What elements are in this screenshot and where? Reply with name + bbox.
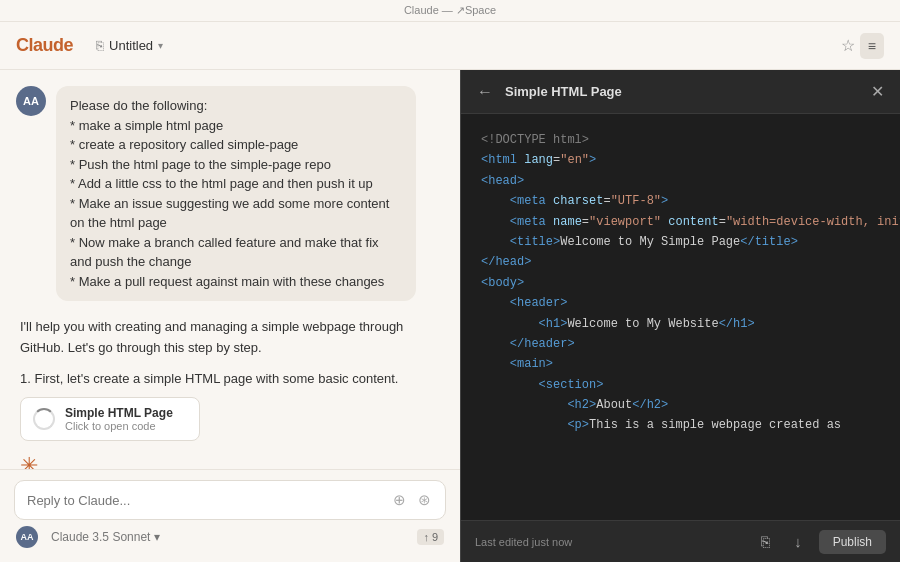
window-title: Claude — ↗Space: [404, 4, 496, 16]
chat-messages: AA Please do the following: make a simpl…: [0, 70, 460, 469]
close-icon: ✕: [871, 83, 884, 100]
project-chevron-icon: ▾: [158, 40, 163, 51]
list-item: create a repository called simple-page: [70, 135, 402, 155]
list-item: Add a little css to the html page and th…: [70, 174, 402, 194]
code-editor: <!DOCTYPE html> <html lang="en"> <head> …: [461, 114, 900, 520]
code-line: <!DOCTYPE html>: [481, 130, 880, 150]
code-line: <p>This is a simple webpage created as: [481, 415, 880, 435]
model-name: Claude 3.5 Sonnet: [51, 530, 150, 544]
menu-icon: ≡: [868, 38, 876, 54]
attachment-icon: ⊕: [393, 491, 406, 508]
claude-starburst-logo: ✳: [20, 453, 444, 469]
artifact-card-subtitle: Click to open code: [65, 420, 173, 432]
project-selector[interactable]: ⎘ Untitled ▾: [89, 35, 170, 56]
back-icon: ←: [477, 83, 493, 100]
artifact-panel-title: Simple HTML Page: [505, 84, 859, 99]
code-line: <meta name="viewport" content="width=dev…: [481, 212, 880, 232]
app-header: Claude ⎘ Untitled ▾ ☆ ≡: [0, 22, 900, 70]
send-icon: ⊛: [418, 491, 431, 508]
artifact-close-button[interactable]: ✕: [869, 80, 886, 103]
copy-button[interactable]: ⎘: [754, 529, 777, 554]
code-line: <head>: [481, 171, 880, 191]
user-message: AA Please do the following: make a simpl…: [16, 86, 444, 301]
chat-footer: AA Claude 3.5 Sonnet ▾ ↑ 9: [14, 520, 446, 548]
artifact-info: Simple HTML Page Click to open code: [65, 406, 173, 432]
user-message-intro: Please do the following:: [70, 96, 402, 116]
chat-input[interactable]: [27, 493, 383, 508]
menu-button[interactable]: ≡: [860, 33, 884, 59]
code-line: <main>: [481, 354, 880, 374]
copy-icon: ⎘: [761, 533, 770, 550]
code-line: <html lang="en">: [481, 150, 880, 170]
token-count: 9: [432, 531, 438, 543]
publish-button[interactable]: Publish: [819, 530, 886, 554]
code-line: <header>: [481, 293, 880, 313]
download-button[interactable]: ↓: [787, 529, 809, 554]
chat-input-area: ⊕ ⊛ AA Claude 3.5 Sonnet ▾ ↑ 9: [0, 469, 460, 562]
code-line: <section>: [481, 375, 880, 395]
assistant-text-1: I'll help you with creating and managing…: [20, 317, 444, 359]
model-selector[interactable]: Claude 3.5 Sonnet ▾: [46, 528, 165, 546]
token-badge: ↑ 9: [417, 529, 444, 545]
artifact-panel-footer: Last edited just now ⎘ ↓ Publish: [461, 520, 900, 562]
content-area: AA Please do the following: make a simpl…: [0, 70, 900, 562]
code-line: <h2>About</h2>: [481, 395, 880, 415]
code-line: <body>: [481, 273, 880, 293]
star-icon: ☆: [841, 37, 855, 54]
code-line: </header>: [481, 334, 880, 354]
user-message-list: make a simple html page create a reposit…: [70, 116, 402, 292]
assistant-message: I'll help you with creating and managing…: [16, 317, 444, 469]
send-button[interactable]: ⊛: [416, 489, 433, 511]
model-chevron-icon: ▾: [154, 530, 160, 544]
loading-spinner: [33, 408, 55, 430]
list-item: Make a pull request against main with th…: [70, 272, 402, 292]
artifact-panel: ← Simple HTML Page ✕ <!DOCTYPE html> <ht…: [460, 70, 900, 562]
token-up-icon: ↑: [423, 531, 429, 543]
code-line: </head>: [481, 252, 880, 272]
chat-panel: AA Please do the following: make a simpl…: [0, 70, 460, 562]
download-icon: ↓: [794, 533, 802, 550]
chat-input-wrapper: ⊕ ⊛: [14, 480, 446, 520]
footer-avatar: AA: [16, 526, 38, 548]
star-button[interactable]: ☆: [836, 31, 860, 60]
code-line: <title>Welcome to My Simple Page</title>: [481, 232, 880, 252]
artifact-panel-header: ← Simple HTML Page ✕: [461, 70, 900, 114]
assistant-step-1: 1. First, let's create a simple HTML pag…: [20, 369, 444, 390]
title-bar: Claude — ↗Space: [0, 0, 900, 22]
list-item: make a simple html page: [70, 116, 402, 136]
list-item: Make an issue suggesting we add some mor…: [70, 194, 402, 233]
list-item: Now make a branch called feature and mak…: [70, 233, 402, 272]
last-edited-text: Last edited just now: [475, 536, 744, 548]
app-container: Claude ⎘ Untitled ▾ ☆ ≡ AA Please do the…: [0, 22, 900, 562]
code-artifact[interactable]: Simple HTML Page Click to open code: [20, 397, 200, 441]
code-line: <h1>Welcome to My Website</h1>: [481, 314, 880, 334]
claude-logo: Claude: [16, 35, 73, 56]
user-avatar: AA: [16, 86, 46, 116]
project-name: Untitled: [109, 38, 153, 53]
user-message-bubble: Please do the following: make a simple h…: [56, 86, 416, 301]
code-line: <meta charset="UTF-8">: [481, 191, 880, 211]
artifact-card-title: Simple HTML Page: [65, 406, 173, 420]
attachment-button[interactable]: ⊕: [391, 489, 408, 511]
artifact-back-button[interactable]: ←: [475, 81, 495, 103]
project-icon: ⎘: [96, 38, 104, 53]
list-item: Push the html page to the simple-page re…: [70, 155, 402, 175]
